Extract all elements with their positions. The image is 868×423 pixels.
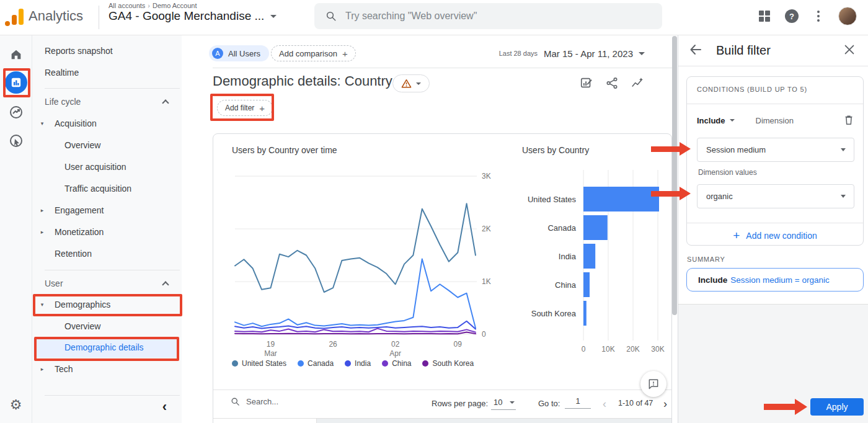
audience-chip[interactable]: A All Users (209, 45, 269, 61)
goto-page-input[interactable] (565, 396, 591, 409)
apply-button[interactable]: Apply (810, 398, 864, 416)
delete-condition-icon[interactable] (843, 114, 854, 128)
user-avatar[interactable] (838, 7, 857, 25)
nav-item-tech[interactable]: ▸Tech (32, 360, 182, 378)
svg-text:0: 0 (582, 345, 586, 354)
feedback-icon (647, 378, 660, 390)
admin-gear-icon[interactable]: ⚙ (5, 394, 27, 416)
search-icon (326, 11, 337, 22)
audience-avatar-icon: A (212, 48, 223, 59)
panel-divider (678, 66, 868, 66)
google-apps-grid-icon[interactable] (759, 11, 770, 22)
add-new-condition-button[interactable]: + Add new condition (687, 226, 863, 246)
svg-text:20K: 20K (626, 345, 639, 354)
customize-report-icon[interactable] (580, 76, 593, 90)
collapsed-arrow-icon[interactable]: ▸ (38, 202, 46, 219)
nav-item-user-acquisition[interactable]: User acquisition (32, 158, 182, 176)
nav-section-user[interactable]: User (32, 275, 182, 292)
dimension-dropdown[interactable]: Session medium (697, 138, 854, 162)
help-icon[interactable]: ? (785, 9, 799, 23)
property-selector[interactable]: GA4 - Google Merchandise ... (108, 9, 277, 23)
legend-dot-icon (298, 360, 304, 367)
summary-include: Include (698, 275, 727, 285)
annotation-box-demographic-details (34, 337, 179, 361)
bar-chart-title: Users by Country (522, 145, 589, 155)
chevron-down-icon (841, 148, 846, 151)
close-icon[interactable] (843, 43, 856, 59)
dimension-values-dropdown[interactable]: organic (697, 184, 854, 208)
nav-item-engagement[interactable]: ▸Engagement (32, 202, 182, 219)
expand-arrow-icon[interactable]: ▾ (38, 115, 46, 132)
page-title: Demographic details: Country (213, 73, 392, 89)
legend-item-china[interactable]: China (382, 359, 411, 368)
header-divider (99, 6, 99, 29)
nav-item-monetization[interactable]: ▸Monetization (32, 223, 182, 241)
back-arrow-icon[interactable] (688, 42, 703, 60)
chevron-down-icon (416, 82, 421, 85)
filter-condition-card: CONDITIONS (BUILD UP TO 5) Include Dimen… (686, 76, 864, 246)
dimension-label: Dimension (756, 116, 794, 125)
summary-header: SUMMARY (687, 256, 725, 263)
brand-name: Analytics (29, 8, 83, 24)
table-toolbar: Rows per page: 10 Go to: ‹ 1-10 of 47 › (213, 390, 671, 417)
chevron-up-icon (162, 99, 169, 106)
main-scrollbar[interactable] (672, 36, 677, 315)
chevron-down-icon (510, 401, 515, 404)
global-search[interactable] (314, 3, 662, 29)
table-search-input[interactable] (246, 397, 321, 406)
legend-item-south-korea[interactable]: South Korea (422, 359, 474, 368)
svg-text:Canada: Canada (547, 223, 576, 233)
previous-page-icon[interactable]: ‹ (603, 398, 606, 411)
include-select[interactable]: Include (697, 116, 735, 125)
global-search-input[interactable] (345, 11, 618, 22)
line-chart-title: Users by Country over time (232, 145, 337, 155)
legend-item-india[interactable]: India (345, 359, 371, 368)
users-over-time-line-chart: 01K2K3K19Mar2602Apr09 (224, 158, 497, 365)
collapsed-arrow-icon[interactable]: ▸ (38, 223, 46, 241)
date-range-picker[interactable]: Last 28 days Mar 15 - Apr 11, 2023 (499, 45, 645, 61)
next-page-icon[interactable]: › (663, 398, 667, 411)
add-comparison-button[interactable]: Add comparison + (271, 45, 356, 61)
nav-item-demographics-overview[interactable]: Overview (32, 318, 182, 335)
svg-text:United States: United States (528, 195, 577, 204)
chevron-up-icon (162, 281, 169, 288)
collapse-nav-icon[interactable]: ‹ (162, 400, 167, 414)
legend-item-canada[interactable]: Canada (298, 359, 334, 368)
warning-icon (401, 79, 412, 88)
header-divider (213, 68, 672, 68)
reports-nav-drawer: Reports snapshot Realtime Life cycle ▾Ac… (32, 35, 182, 423)
chevron-down-icon (841, 195, 846, 198)
card-divider (687, 104, 863, 104)
nav-item-acquisition[interactable]: ▾Acquisition (32, 115, 182, 132)
explore-icon[interactable] (5, 101, 27, 123)
data-table-header (213, 418, 671, 423)
legend-dot-icon (232, 360, 238, 367)
table-search[interactable] (231, 397, 321, 406)
nav-item-traffic-acquisition[interactable]: Traffic acquisition (32, 180, 182, 197)
table-header-country-cell (213, 419, 317, 423)
plus-icon: + (733, 229, 740, 243)
share-icon[interactable] (605, 76, 619, 90)
breadcrumb-all-accounts[interactable]: All accounts (108, 2, 145, 9)
nav-item-acquisition-overview[interactable]: Overview (32, 136, 182, 154)
analytics-logo-icon (6, 7, 25, 26)
collapsed-arrow-icon[interactable]: ▸ (38, 360, 46, 378)
insights-icon[interactable] (631, 76, 644, 90)
pagination-range: 1-10 of 47 (618, 399, 653, 407)
filter-summary-chip: Include Session medium = organic (686, 268, 864, 292)
nav-item-retention[interactable]: Retention (32, 245, 182, 262)
nav-item-reports-snapshot[interactable]: Reports snapshot (32, 42, 182, 60)
breadcrumb-demo-account[interactable]: Demo Account (153, 2, 197, 9)
nav-section-life-cycle[interactable]: Life cycle (32, 93, 182, 110)
data-quality-badge[interactable] (392, 74, 430, 92)
nav-item-realtime[interactable]: Realtime (32, 64, 182, 81)
legend-item-united-states[interactable]: United States (232, 359, 286, 368)
feedback-button[interactable] (640, 371, 666, 397)
top-app-bar: Analytics All accounts › Demo Account GA… (0, 0, 868, 35)
advertising-icon[interactable] (5, 130, 27, 152)
rows-per-page-label: Rows per page: (432, 399, 488, 408)
more-vertical-icon[interactable] (813, 9, 823, 23)
home-icon[interactable] (5, 43, 27, 66)
rows-per-page-select[interactable]: 10 (491, 396, 516, 410)
chart-legend: United StatesCanadaIndiaChinaSouth Korea (232, 359, 474, 368)
